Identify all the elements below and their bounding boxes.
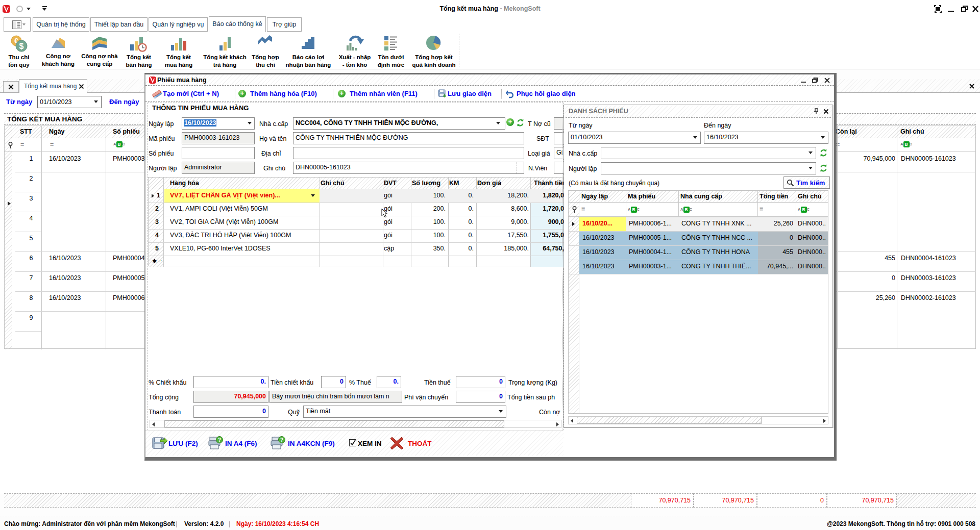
svg-text:?: ? [218,437,221,443]
svg-text:$: $ [19,42,24,51]
svg-text:?: ? [280,437,283,443]
